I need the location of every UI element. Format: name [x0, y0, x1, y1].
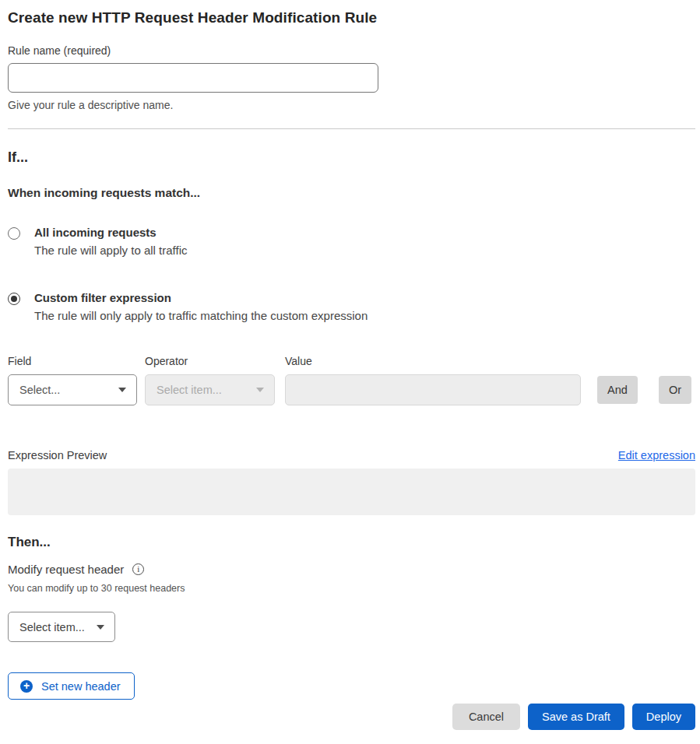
deploy-button[interactable]: Deploy — [632, 704, 695, 730]
field-select[interactable]: Select... — [8, 374, 137, 405]
set-new-header-button[interactable]: + Set new header — [8, 672, 135, 700]
or-button[interactable]: Or — [659, 376, 691, 404]
rule-name-label: Rule name (required) — [8, 44, 695, 57]
radio-option-custom-expression[interactable]: Custom filter expression The rule will o… — [8, 291, 695, 322]
value-label: Value — [285, 355, 581, 367]
header-select[interactable]: Select item... — [8, 612, 115, 642]
then-heading: Then... — [8, 535, 695, 550]
create-rule-form: Create new HTTP Request Header Modificat… — [0, 0, 700, 744]
modify-request-header-label: Modify request header — [8, 563, 124, 576]
expression-builder-row: Field Select... Operator Select item... … — [8, 355, 695, 405]
info-icon[interactable]: i — [132, 563, 144, 575]
rule-name-help: Give your rule a descriptive name. — [8, 99, 695, 111]
radio-option-texts: All incoming requests The rule will appl… — [34, 226, 187, 257]
and-button[interactable]: And — [597, 376, 638, 404]
operator-column: Operator Select item... — [145, 355, 275, 405]
field-select-value: Select... — [19, 384, 60, 396]
chevron-down-icon — [118, 388, 126, 392]
radio-option-texts: Custom filter expression The rule will o… — [34, 291, 368, 322]
radio-option-description: The rule will apply to all traffic — [34, 244, 187, 257]
radio-option-label: Custom filter expression — [34, 291, 368, 304]
expression-preview-label: Expression Preview — [8, 449, 107, 461]
cancel-button[interactable]: Cancel — [452, 704, 520, 730]
match-subheading: When incoming requests match... — [8, 186, 695, 200]
expression-preview-header: Expression Preview Edit expression — [8, 449, 695, 461]
operator-select-value: Select item... — [157, 384, 222, 396]
edit-expression-link[interactable]: Edit expression — [618, 449, 695, 461]
chevron-down-icon — [97, 625, 104, 630]
field-label: Field — [8, 355, 137, 367]
plus-icon: + — [20, 680, 33, 693]
page-title: Create new HTTP Request Header Modificat… — [8, 9, 695, 26]
radio-option-description: The rule will only apply to traffic matc… — [34, 309, 368, 322]
modify-header-help: You can modify up to 30 request headers — [8, 583, 695, 594]
radio-unselected-icon[interactable] — [8, 227, 20, 240]
chevron-down-icon — [256, 388, 264, 392]
rule-name-input[interactable] — [8, 63, 378, 93]
modify-header-row: Modify request header i — [8, 563, 695, 576]
operator-label: Operator — [145, 355, 275, 367]
footer-actions: Cancel Save as Draft Deploy — [8, 704, 695, 730]
header-select-value: Select item... — [19, 621, 85, 633]
radio-option-all-requests[interactable]: All incoming requests The rule will appl… — [8, 226, 695, 257]
operator-select: Select item... — [145, 374, 275, 405]
radio-selected-icon[interactable] — [8, 293, 20, 305]
expression-preview-box — [8, 469, 695, 515]
section-divider — [8, 128, 695, 129]
set-new-header-label: Set new header — [41, 680, 121, 693]
value-input — [285, 374, 581, 405]
value-column: Value — [285, 355, 581, 405]
field-column: Field Select... — [8, 355, 137, 405]
save-as-draft-button[interactable]: Save as Draft — [528, 704, 624, 730]
if-heading: If... — [8, 149, 695, 166]
radio-option-label: All incoming requests — [34, 226, 187, 239]
